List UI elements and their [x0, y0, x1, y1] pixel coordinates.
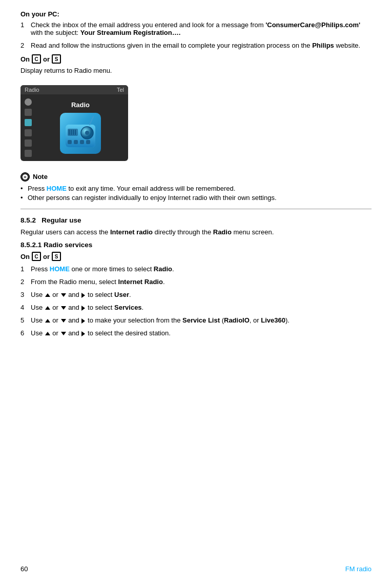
on-line: On C or S — [20, 54, 372, 64]
s2-tb: . — [163, 278, 165, 286]
step-8521-2-content: From the Radio menu, select Internet Rad… — [31, 278, 372, 286]
sidebar-icon-5 — [25, 139, 32, 147]
arrow-right-3 — [81, 293, 85, 298]
arrow-up-5 — [45, 319, 50, 323]
bullet-symbol-1: • — [20, 185, 28, 192]
step-1-bold: Your Streamium Registration…. — [80, 29, 181, 36]
intro-bold-a: Internet radio — [110, 228, 153, 236]
note-bullet-1-content: Press HOME to exit any time. Your email … — [28, 185, 235, 192]
section-852: 8.5.2 Regular use Regular users can acce… — [20, 216, 372, 237]
bullet-symbol-2: • — [20, 194, 28, 202]
step-1-content: Check the inbox of the email address you… — [31, 21, 372, 36]
s2-ta: From the Radio menu, select — [31, 278, 118, 286]
page-number: 60 — [20, 565, 28, 573]
section-8521: 8.5.2.1 Radio services On C or S 1 Press… — [20, 241, 372, 337]
c-icon: C — [32, 54, 41, 64]
step-8521-3: 3 Use or and to select User. — [20, 291, 372, 298]
s5-bold-a: Service List — [182, 316, 220, 324]
step-8521-4: 4 Use or and to select Services. — [20, 304, 372, 311]
section-8521-label: Radio services — [44, 241, 92, 249]
svg-line-14 — [90, 117, 93, 125]
step-8521-5-num: 5 — [20, 316, 31, 324]
step-8521-2-num: 2 — [20, 278, 31, 286]
radio-screen-image: Radio Tel Radio — [20, 85, 128, 161]
radio-screen-body: Radio — [20, 94, 128, 161]
sidebar-icon-1 — [25, 98, 32, 106]
on-c-or-s-section: On C or S Display returns to Radio menu. — [20, 54, 372, 76]
arrow-up-3 — [45, 293, 50, 297]
radio-screen: Radio Tel Radio — [20, 85, 128, 161]
step-8521-5: 5 Use or and to make your selection from… — [20, 316, 372, 324]
s1-tb: one or more times to select — [70, 265, 154, 273]
arrow-down-4 — [61, 306, 66, 310]
step-2-bold: Philips — [312, 42, 334, 49]
section-852-num: 8.5.2 — [20, 216, 36, 224]
intro-text-b: directly through the — [153, 228, 213, 236]
note-b2-text: Other persons can register individually … — [28, 194, 277, 202]
footer-section-label: FM radio — [345, 565, 372, 573]
intro-bold-b: Radio — [213, 228, 232, 236]
svg-rect-11 — [74, 140, 78, 144]
svg-text:=: = — [24, 175, 26, 180]
svg-rect-12 — [80, 140, 84, 144]
note-title: Note — [33, 173, 48, 180]
or-label-8521: or — [43, 253, 50, 260]
sidebar-icon-6 — [25, 150, 32, 157]
arrow-up-4 — [45, 306, 50, 310]
intro-text-a: Regular users can access the — [20, 228, 110, 236]
note-bullet-1: • Press HOME to exit any time. Your emai… — [20, 185, 372, 192]
s2-bold: Internet Radio — [118, 278, 163, 286]
step-8521-2: 2 From the Radio menu, select Internet R… — [20, 278, 372, 286]
note-b1-home: HOME — [47, 185, 67, 192]
s-icon: S — [52, 54, 61, 64]
arrow-down-3 — [61, 293, 66, 297]
on-your-pc-section: On your PC: 1 Check the inbox of the ema… — [20, 10, 372, 49]
radio-svg — [61, 114, 100, 153]
s1-bold: Radio — [154, 265, 172, 273]
page-footer: 60 FM radio — [20, 565, 372, 573]
sidebar-icon-3 — [25, 119, 32, 126]
arrow-up-6 — [45, 332, 50, 335]
step-8521-6: 6 Use or and to select the desired stati… — [20, 329, 372, 337]
section-852-title: 8.5.2 Regular use — [20, 216, 372, 224]
step-2-num: 2 — [20, 42, 31, 49]
step-1-quote: 'ConsumerCare@Philips.com' — [265, 21, 360, 29]
section-852-label: Regular use — [42, 216, 81, 224]
section-divider — [20, 209, 372, 209]
or-label: or — [43, 55, 50, 63]
s-icon-8521: S — [52, 252, 61, 261]
s3-bold: User — [114, 291, 129, 298]
arrow-right-5 — [81, 318, 85, 324]
radio-icon — [60, 113, 101, 154]
step-1-text-b: with the subject: — [31, 29, 80, 36]
arrow-right-4 — [81, 306, 85, 311]
note-header: = Note — [20, 172, 372, 182]
radio-header-left: Radio — [25, 87, 39, 93]
arrow-right-6 — [81, 331, 85, 336]
radio-screen-header: Radio Tel — [20, 85, 128, 94]
step-8521-1-content: Press HOME one or more times to select R… — [31, 265, 372, 273]
sidebar-icon-4 — [25, 129, 32, 136]
step-2-row: 2 Read and follow the instructions given… — [20, 42, 372, 49]
on-line-8521: On C or S — [20, 252, 372, 261]
step-8521-1: 1 Press HOME one or more times to select… — [20, 265, 372, 273]
step-2-text-b: website. — [334, 42, 360, 49]
note-circle-svg: = — [22, 173, 29, 180]
radio-body-title: Radio — [71, 101, 90, 109]
step-2-content: Read and follow the instructions given i… — [31, 42, 372, 49]
note-bullet-2: • Other persons can register individuall… — [20, 194, 372, 202]
step-8521-6-num: 6 — [20, 329, 31, 337]
note-box: = Note • Press HOME to exit any time. Yo… — [20, 172, 372, 202]
note-b1-text-b: to exit any time. Your email address wil… — [67, 185, 236, 192]
radio-main: Radio — [37, 101, 124, 154]
radio-sidebar — [25, 98, 32, 157]
section-852-intro: Regular users can access the Internet ra… — [20, 227, 372, 237]
intro-text-c: menu screen. — [232, 228, 274, 236]
on-label: On — [20, 55, 30, 63]
step-8521-3-content: Use or and to select User. — [31, 291, 372, 298]
s1-ta: Press — [31, 265, 50, 273]
step-1-row: 1 Check the inbox of the email address y… — [20, 21, 372, 36]
page-content: On your PC: 1 Check the inbox of the ema… — [20, 10, 372, 337]
note-b1-text-a: Press — [28, 185, 47, 192]
step-8521-5-content: Use or and to make your selection from t… — [31, 316, 372, 324]
